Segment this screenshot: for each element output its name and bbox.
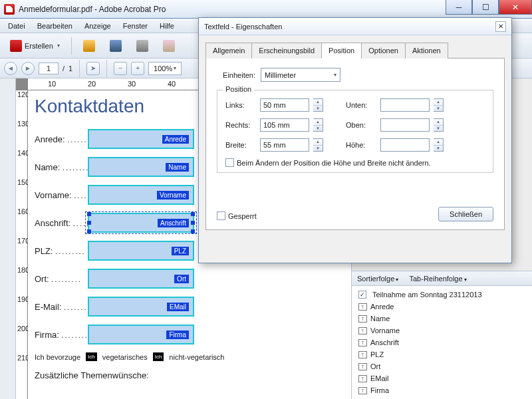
properties-dialog: Textfeld - Eigenschaften ✕ Allgemein Ers… bbox=[198, 17, 512, 263]
edit-button[interactable] bbox=[157, 37, 181, 55]
dialog-close-icon[interactable]: ✕ bbox=[495, 21, 506, 32]
checkbox-field[interactable]: Ich bbox=[86, 352, 97, 361]
locked-checkbox[interactable] bbox=[217, 211, 225, 220]
form-field-vorname[interactable]: Vorname bbox=[88, 185, 194, 205]
maximize-button[interactable]: ☐ bbox=[472, 0, 499, 15]
right-input[interactable]: 105 mm bbox=[260, 118, 309, 132]
tab-general[interactable]: Allgemein bbox=[205, 43, 252, 59]
field-list-item[interactable]: TOrt bbox=[357, 360, 527, 372]
left-spinner[interactable]: ▲▼ bbox=[313, 98, 323, 112]
form-field-anrede[interactable]: Anrede bbox=[88, 129, 194, 149]
prev-page-button[interactable]: ◄ bbox=[4, 62, 17, 75]
create-icon bbox=[10, 40, 22, 52]
edit-icon bbox=[163, 40, 175, 52]
folder-icon bbox=[83, 40, 95, 52]
zoom-in-button[interactable]: + bbox=[131, 62, 144, 75]
top-spinner[interactable]: ▲▼ bbox=[434, 118, 444, 132]
form-field-email[interactable]: EMail bbox=[88, 297, 194, 317]
zoom-select[interactable]: 100% bbox=[148, 62, 182, 75]
form-field-firma[interactable]: Firma bbox=[88, 325, 194, 344]
field-list-item[interactable]: TName bbox=[357, 313, 527, 325]
close-button[interactable]: Schließen bbox=[438, 207, 493, 221]
page-total: 1 bbox=[68, 65, 72, 72]
tab-order-dropdown[interactable]: Tab-Reihenfolge bbox=[410, 275, 467, 283]
units-select[interactable]: Millimeter bbox=[261, 68, 340, 82]
height-input[interactable] bbox=[380, 138, 430, 152]
top-input[interactable] bbox=[380, 118, 430, 132]
form-field-name[interactable]: Name bbox=[88, 157, 194, 177]
create-button[interactable]: Erstellen bbox=[4, 37, 66, 55]
bottom-input[interactable] bbox=[380, 98, 430, 112]
field-list-item[interactable]: TFirma bbox=[357, 384, 527, 396]
menu-edit[interactable]: Bearbeiten bbox=[32, 20, 78, 32]
field-list-item[interactable]: ✓Teilnahme am Sonntag 23112013 bbox=[357, 289, 527, 301]
menu-help[interactable]: Hilfe bbox=[154, 20, 180, 32]
menu-view[interactable]: Anzeige bbox=[79, 20, 116, 32]
save-icon bbox=[110, 40, 122, 52]
field-list-item[interactable]: TVorname bbox=[357, 325, 527, 336]
fields-pane: Sortierfolge Tab-Reihenfolge ✓Teilnahme … bbox=[352, 271, 532, 399]
next-page-button[interactable]: ► bbox=[21, 62, 35, 75]
page-input[interactable] bbox=[39, 63, 59, 74]
menu-window[interactable]: Fenster bbox=[118, 20, 153, 32]
sort-dropdown[interactable]: Sortierfolge bbox=[357, 275, 399, 283]
app-icon bbox=[4, 4, 15, 15]
open-button[interactable] bbox=[77, 37, 101, 55]
title-bar: Anmeldeformular.pdf - Adobe Acrobat Pro … bbox=[0, 0, 532, 19]
units-label: Einheiten: bbox=[217, 71, 255, 79]
minimize-button[interactable]: ─ bbox=[446, 0, 472, 15]
preference-row: Ich bevorzuge Ich vegetarisches Ich nich… bbox=[35, 352, 351, 361]
width-input[interactable]: 55 mm bbox=[260, 138, 309, 152]
tab-actions[interactable]: Aktionen bbox=[405, 43, 448, 59]
tab-position[interactable]: Position bbox=[321, 43, 362, 59]
height-spinner[interactable]: ▲▼ bbox=[434, 138, 444, 152]
pointer-tool[interactable]: ➤ bbox=[86, 62, 100, 75]
field-list-item[interactable]: TPLZ bbox=[357, 348, 527, 360]
dialog-tabs: Allgemein Erscheinungsbild Position Opti… bbox=[205, 42, 505, 59]
form-field-ort[interactable]: Ort bbox=[88, 269, 194, 289]
bottom-spinner[interactable]: ▲▼ bbox=[434, 98, 444, 112]
dialog-title: Textfeld - Eigenschaften bbox=[204, 23, 282, 31]
field-list-item[interactable]: TAnschrift bbox=[357, 336, 527, 348]
field-list-item[interactable]: TAnrede bbox=[357, 301, 527, 313]
tab-appearance[interactable]: Erscheinungsbild bbox=[251, 43, 322, 59]
left-sidebar[interactable] bbox=[0, 78, 16, 399]
field-list-item[interactable]: TEMail bbox=[357, 372, 527, 384]
lock-hw-checkbox[interactable] bbox=[225, 158, 234, 167]
position-legend: Position bbox=[223, 85, 254, 93]
tab-options[interactable]: Optionen bbox=[361, 43, 406, 59]
ruler-vertical: 120130140150160170180190200210 bbox=[16, 90, 28, 399]
zoom-out-button[interactable]: − bbox=[114, 62, 127, 75]
close-button[interactable]: ✕ bbox=[499, 0, 532, 15]
menu-file[interactable]: Datei bbox=[3, 20, 31, 32]
print-button[interactable] bbox=[130, 37, 154, 55]
form-field-anschrift[interactable]: Anschrift bbox=[88, 213, 194, 233]
checkbox-field[interactable]: Ich bbox=[153, 352, 164, 361]
right-spinner[interactable]: ▲▼ bbox=[313, 118, 323, 132]
form-field-plz[interactable]: PLZ bbox=[88, 241, 194, 261]
print-icon bbox=[136, 40, 148, 52]
width-spinner[interactable]: ▲▼ bbox=[313, 138, 323, 152]
left-input[interactable]: 50 mm bbox=[260, 98, 309, 112]
save-button[interactable] bbox=[104, 37, 128, 55]
window-title: Anmeldeformular.pdf - Adobe Acrobat Pro bbox=[19, 5, 166, 14]
